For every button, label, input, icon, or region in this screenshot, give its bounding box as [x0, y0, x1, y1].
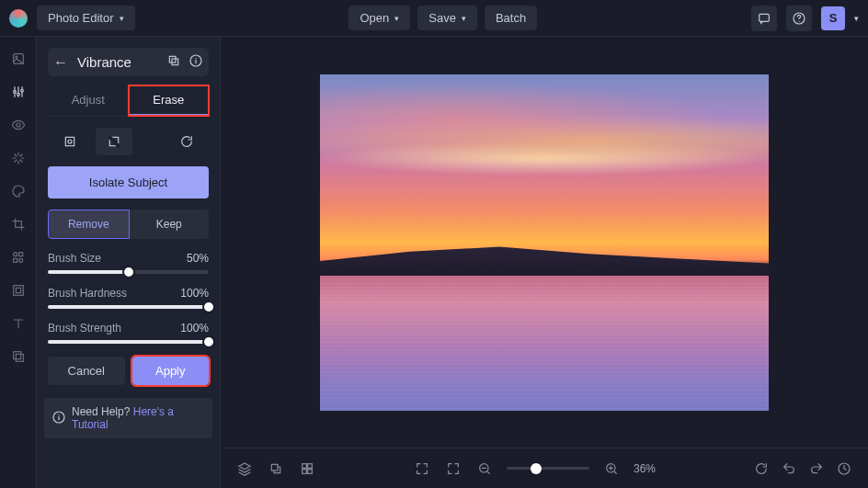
tab-erase[interactable]: Erase — [129, 85, 210, 116]
info-icon[interactable] — [188, 53, 203, 71]
svg-point-3 — [16, 56, 17, 58]
chevron-down-icon[interactable]: ▾ — [854, 14, 859, 23]
open-button[interactable]: Open ▾ — [348, 6, 410, 30]
chevron-down-icon: ▾ — [120, 14, 124, 23]
svg-point-11 — [18, 258, 22, 262]
grid-icon[interactable] — [298, 460, 316, 478]
app-logo — [9, 9, 28, 28]
brush-strength-value: 100% — [180, 322, 209, 335]
brush-hardness-value: 100% — [180, 287, 209, 300]
tab-adjust[interactable]: Adjust — [48, 85, 129, 116]
chevron-down-icon: ▾ — [462, 14, 466, 23]
cancel-label: Cancel — [68, 364, 105, 378]
isolate-label: Isolate Subject — [89, 176, 167, 189]
undo-icon[interactable] — [780, 460, 798, 478]
text-icon[interactable] — [9, 314, 28, 333]
svg-point-5 — [17, 93, 19, 96]
crop-icon[interactable] — [9, 215, 28, 233]
zoom-in-icon[interactable] — [602, 460, 621, 478]
batch-label: Batch — [496, 11, 526, 25]
fullscreen-icon[interactable] — [413, 460, 431, 478]
transform-icon[interactable] — [267, 460, 285, 478]
help-text: Need Help? — [72, 405, 133, 418]
fit-icon[interactable] — [444, 460, 463, 478]
image-icon[interactable] — [9, 50, 28, 68]
info-icon — [51, 410, 66, 427]
brush-hardness-label: Brush Hardness — [48, 287, 127, 300]
copy-icon[interactable] — [166, 53, 181, 71]
svg-rect-10 — [13, 258, 17, 262]
svg-rect-13 — [16, 288, 20, 292]
open-label: Open — [360, 11, 389, 25]
frame-icon[interactable] — [9, 281, 28, 300]
app-mode-dropdown[interactable]: Photo Editor ▾ — [37, 6, 135, 30]
redo-icon[interactable] — [807, 460, 826, 478]
svg-point-6 — [20, 89, 23, 92]
svg-point-8 — [13, 253, 17, 256]
svg-rect-15 — [16, 354, 23, 361]
mask-square-icon[interactable] — [51, 128, 88, 155]
svg-rect-23 — [271, 464, 278, 471]
svg-rect-25 — [308, 463, 313, 468]
compare-icon[interactable] — [752, 460, 771, 478]
photo-preview — [320, 74, 769, 411]
svg-point-20 — [68, 140, 72, 143]
svg-rect-9 — [18, 253, 22, 256]
keep-label: Keep — [156, 218, 182, 231]
zoom-out-icon[interactable] — [475, 460, 494, 478]
chevron-down-icon: ▾ — [394, 14, 399, 23]
chat-icon[interactable] — [751, 6, 777, 31]
brush-strength-slider[interactable] — [48, 340, 209, 344]
batch-button[interactable]: Batch — [485, 6, 537, 30]
svg-rect-24 — [303, 463, 307, 468]
canvas[interactable] — [221, 37, 868, 448]
panel-title: Vibrance — [77, 54, 157, 70]
shapes-icon[interactable] — [9, 248, 28, 267]
adjust-icon[interactable] — [9, 83, 28, 101]
isolate-subject-button[interactable]: Isolate Subject — [48, 166, 209, 199]
brush-strength-label: Brush Strength — [48, 322, 121, 335]
sparkle-icon[interactable] — [9, 149, 28, 167]
svg-rect-12 — [13, 286, 23, 296]
save-label: Save — [428, 11, 456, 25]
apply-button[interactable]: Apply — [132, 357, 210, 385]
svg-rect-19 — [65, 137, 74, 145]
zoom-slider[interactable] — [507, 467, 589, 470]
app-mode-label: Photo Editor — [48, 11, 114, 25]
remove-toggle[interactable]: Remove — [48, 210, 130, 239]
tool-panel: ← Vibrance Adjust Erase Isolate Subject — [37, 37, 221, 488]
svg-rect-0 — [760, 14, 770, 21]
history-icon[interactable] — [835, 460, 853, 478]
svg-rect-17 — [172, 59, 178, 65]
apply-label: Apply — [155, 364, 186, 378]
tool-rail — [0, 37, 37, 488]
layers-icon[interactable] — [9, 347, 28, 366]
svg-rect-26 — [303, 469, 307, 473]
svg-point-7 — [17, 123, 20, 127]
mask-gradient-icon[interactable] — [96, 128, 132, 155]
tab-erase-label: Erase — [153, 93, 184, 107]
palette-icon[interactable] — [9, 182, 28, 200]
avatar[interactable]: S — [821, 6, 845, 30]
help-banner: Need Help? Here's a Tutorial — [44, 398, 212, 438]
reset-icon[interactable] — [168, 128, 205, 155]
save-button[interactable]: Save ▾ — [417, 6, 477, 30]
brush-size-value: 50% — [187, 252, 209, 265]
layers-icon[interactable] — [235, 460, 254, 478]
svg-rect-16 — [169, 56, 176, 62]
eye-icon[interactable] — [9, 116, 28, 134]
tab-adjust-label: Adjust — [72, 93, 105, 107]
svg-point-4 — [13, 91, 16, 94]
svg-rect-14 — [13, 352, 20, 359]
brush-hardness-slider[interactable] — [48, 305, 209, 309]
zoom-value: 36% — [634, 462, 656, 475]
back-arrow-icon[interactable]: ← — [53, 54, 68, 71]
cancel-button[interactable]: Cancel — [48, 357, 125, 385]
brush-size-label: Brush Size — [48, 252, 101, 265]
keep-toggle[interactable]: Keep — [130, 210, 210, 239]
svg-rect-27 — [308, 469, 313, 473]
help-icon[interactable] — [786, 6, 812, 31]
remove-label: Remove — [68, 218, 109, 231]
avatar-initial: S — [829, 11, 838, 25]
brush-size-slider[interactable] — [48, 270, 209, 274]
